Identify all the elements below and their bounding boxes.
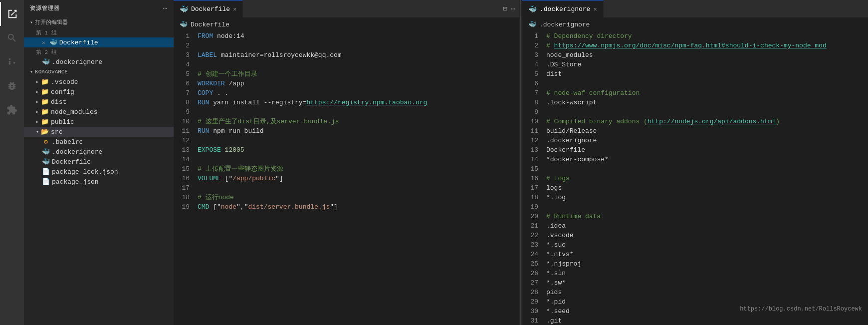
di-ln-30: 30	[522, 307, 546, 316]
config-folder-label: config	[51, 88, 74, 96]
di-line-17: 17 logs	[522, 183, 868, 193]
group-1-label: 第 1 组	[24, 28, 174, 37]
activity-bar	[0, 0, 24, 325]
sidebar-item-package[interactable]: 📄 package.json	[24, 177, 174, 187]
node-modules-chevron: ▸	[36, 109, 39, 115]
di-ln-12: 12	[522, 136, 546, 145]
sidebar-item-dockerfile[interactable]: 🐳 Dockerfile	[24, 157, 174, 167]
line-content-15: # 上传配置一些静态图片资源	[198, 164, 519, 174]
sidebar-item-package-lock[interactable]: 📄 package-lock.json	[24, 167, 174, 177]
debug-activity-item[interactable]	[0, 74, 24, 98]
dockerignore-content[interactable]: 1 # Dependency directory 2 # https://www…	[522, 31, 868, 325]
source-control-activity-item[interactable]	[0, 50, 24, 74]
dist-chevron: ▸	[36, 99, 39, 105]
koaadvance-section[interactable]: ▾ KOAADVANCE	[24, 67, 174, 77]
line-number-3: 3	[174, 50, 198, 60]
di-line-23: 23 *.suo	[522, 240, 868, 250]
di-ln-9: 9	[522, 107, 546, 117]
pane-divider[interactable]	[519, 0, 522, 325]
line-content-10: # 这里产生了dist目录,及server.bundle.js	[198, 117, 519, 126]
di-ln-7: 7	[522, 88, 546, 98]
line-2: 2	[174, 41, 519, 50]
di-line-12: 12 .dockerignore	[522, 136, 868, 145]
di-ln-5: 5	[522, 69, 546, 79]
sidebar-item-dockerignore-group2[interactable]: 🐳 .dockerignore	[24, 57, 174, 67]
dist-folder-icon: 📁	[41, 98, 49, 106]
line-11: 11 RUN npm run build	[174, 126, 519, 136]
di-ln-28: 28	[522, 288, 546, 297]
open-editors-chevron: ▾	[30, 19, 33, 25]
sidebar-new-file-icon[interactable]: ⋯	[163, 4, 168, 12]
di-ln-18: 18	[522, 193, 546, 202]
line-number-9: 9	[174, 107, 198, 117]
sidebar-item-dockerfile-group1[interactable]: ✕ 🐳 Dockerfile	[24, 37, 174, 47]
di-lc-31: .git	[546, 316, 868, 325]
dockerignore-tab[interactable]: 🐳 .dockerignore ✕	[522, 0, 604, 17]
di-ln-26: 26	[522, 269, 546, 278]
di-lc-23: *.suo	[546, 240, 868, 250]
docker-file-icon: 🐳	[42, 148, 50, 156]
sidebar-item-dockerignore[interactable]: 🐳 .dockerignore	[24, 147, 174, 157]
sidebar-item-babelrc[interactable]: ⚙ .babelrc	[24, 137, 174, 147]
di-lc-17: logs	[546, 183, 868, 193]
group-2-label: 第 2 组	[24, 47, 174, 57]
line-content-8: RUN yarn install --registry=https://regi…	[198, 98, 519, 107]
line-content-7: COPY . .	[198, 88, 519, 98]
sidebar-item-vscode[interactable]: ▸ 📁 .vscode	[24, 77, 174, 87]
close-icon[interactable]: ✕	[42, 39, 45, 46]
extensions-activity-item[interactable]	[0, 98, 24, 122]
di-ln-6: 6	[522, 79, 546, 88]
dist-folder-label: dist	[51, 98, 66, 106]
line-17: 17	[174, 183, 519, 193]
docker-icon: 🐳	[49, 38, 57, 46]
line-14: 14	[174, 155, 519, 164]
line-number-8: 8	[174, 98, 198, 107]
di-line-8: 8 .lock-wscript	[522, 98, 868, 107]
line-content-18: # 运行node	[198, 193, 519, 202]
di-lc-16: # Logs	[546, 174, 868, 183]
open-editors-section[interactable]: ▾ 打开的编辑器	[24, 16, 174, 28]
line-number-2: 2	[174, 41, 198, 50]
di-lc-22: .vscode	[546, 231, 868, 240]
di-ln-29: 29	[522, 297, 546, 307]
more-actions-icon[interactable]: ⋯	[511, 4, 515, 13]
di-line-19: 19	[522, 202, 868, 212]
sidebar-item-public[interactable]: ▸ 📁 public	[24, 117, 174, 127]
di-line-9: 9	[522, 107, 868, 117]
di-line-27: 27 *.sw*	[522, 278, 868, 288]
line-number-17: 17	[174, 183, 198, 193]
src-label: src	[51, 128, 62, 136]
dockerfile-tab-label: Dockerfile	[191, 5, 230, 13]
di-line-15: 15	[522, 164, 868, 174]
babel-icon: ⚙	[42, 138, 50, 146]
line-number-14: 14	[174, 155, 198, 164]
sidebar-item-dist[interactable]: ▸ 📁 dist	[24, 97, 174, 107]
line-number-7: 7	[174, 88, 198, 98]
split-editor-icon[interactable]: ⊟	[503, 4, 507, 13]
search-activity-item[interactable]	[0, 26, 24, 50]
line-content-1: FROM node:14	[198, 31, 519, 41]
di-line-25: 25 *.njsproj	[522, 259, 868, 269]
dockerfile-tab-close-icon[interactable]: ✕	[233, 5, 236, 13]
line-12: 12	[174, 136, 519, 145]
dockerignore-tab-close-icon[interactable]: ✕	[593, 5, 597, 13]
di-ln-24: 24	[522, 250, 546, 259]
vscode-folder-label: .vscode	[51, 78, 78, 86]
editor-area: 🐳 Dockerfile ✕ ⊟ ⋯ 🐳 Dockerfile 1	[174, 0, 868, 325]
dockerfile-tab[interactable]: 🐳 Dockerfile ✕	[174, 0, 243, 17]
explorer-activity-item[interactable]	[0, 2, 24, 26]
line-content-11: RUN npm run build	[198, 126, 519, 136]
line-number-1: 1	[174, 31, 198, 41]
line-number-13: 13	[174, 145, 198, 155]
di-lc-25: *.njsproj	[546, 259, 868, 269]
line-content-16: VOLUME ["/app/public"]	[198, 174, 519, 183]
package-label: package.json	[52, 178, 99, 186]
sidebar-item-node-modules[interactable]: ▸ 📁 node_modules	[24, 107, 174, 117]
sidebar-item-config[interactable]: ▸ 📁 config	[24, 87, 174, 97]
di-lc-28: pids	[546, 288, 868, 297]
sidebar-item-src[interactable]: ▾ 📂 src	[24, 127, 174, 137]
public-chevron: ▸	[36, 119, 39, 125]
di-line-16: 16 # Logs	[522, 174, 868, 183]
dockerfile-content[interactable]: 1 FROM node:14 2 3 LABEL maintainer=roll…	[174, 31, 519, 325]
line-number-19: 19	[174, 202, 198, 212]
